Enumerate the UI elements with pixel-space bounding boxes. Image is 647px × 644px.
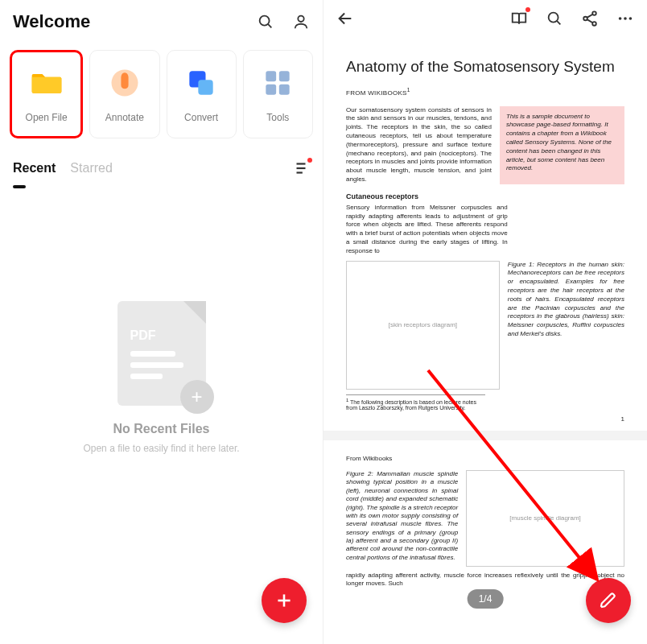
tab-underline	[13, 185, 26, 188]
share-icon[interactable]	[581, 10, 599, 27]
figure-2-caption: Figure 2: Mammalian muscle spindle showi…	[346, 470, 458, 567]
body-2: Sensory information from Meissner corpus…	[346, 204, 508, 256]
empty-doc-icon: PDF +	[117, 301, 206, 406]
page-indicator: 1/4	[468, 589, 504, 609]
page-gap	[324, 431, 647, 440]
tab-recent[interactable]: Recent	[13, 161, 56, 175]
from-wikibooks-2: From Wikibooks	[346, 455, 624, 462]
annotate-label: Annotate	[105, 112, 144, 123]
tools-icon	[260, 65, 295, 101]
empty-state: PDF + No Recent Files Open a file to eas…	[0, 301, 323, 454]
document-view[interactable]: Anatomy of the Somatosensory System FROM…	[324, 37, 647, 641]
svg-point-20	[592, 22, 596, 26]
page-number: 1	[346, 415, 624, 423]
svg-line-1	[268, 24, 271, 27]
open-file-tile[interactable]: Open File	[10, 50, 83, 138]
svg-rect-6	[266, 71, 277, 81]
reader-pane: Anatomy of the Somatosensory System FROM…	[324, 0, 647, 644]
folder-icon	[29, 65, 64, 101]
more-icon[interactable]	[616, 10, 634, 27]
body-1: Our somatosensory system consists of sen…	[346, 106, 492, 184]
svg-point-19	[583, 17, 587, 21]
back-icon[interactable]	[336, 10, 354, 27]
tools-tile[interactable]: Tools	[243, 50, 313, 138]
figure-2-image: [muscle spindle diagram]	[466, 470, 624, 567]
add-doc-icon: +	[180, 380, 214, 414]
annotate-icon	[107, 65, 142, 101]
search-doc-icon[interactable]	[546, 10, 563, 27]
svg-rect-8	[266, 85, 277, 95]
tab-starred[interactable]: Starred	[70, 161, 112, 175]
section-heading: Cutaneous receptors	[346, 192, 624, 200]
svg-point-24	[624, 17, 627, 20]
search-icon[interactable]	[257, 13, 274, 31]
svg-line-22	[587, 19, 593, 23]
empty-title: No Recent Files	[113, 422, 209, 436]
svg-rect-5	[198, 80, 212, 94]
annotate-tile[interactable]: Annotate	[89, 50, 159, 138]
svg-rect-7	[279, 71, 290, 81]
sample-callout: This is a sample document to showcase pa…	[500, 106, 624, 184]
page-2: From Wikibooks Figure 2: Mammalian muscl…	[332, 440, 639, 597]
convert-tile[interactable]: Convert	[167, 50, 237, 138]
reader-mode-icon[interactable]	[510, 10, 528, 27]
svg-point-25	[629, 17, 633, 20]
account-icon[interactable]	[292, 13, 310, 31]
open-file-label: Open File	[26, 112, 68, 123]
empty-subtitle: Open a file to easily find it here later…	[83, 443, 239, 454]
svg-line-17	[557, 21, 560, 24]
svg-line-21	[587, 14, 593, 18]
svg-point-23	[619, 17, 622, 20]
figure-1-caption: Figure 1: Receptors in the human skin: M…	[508, 261, 624, 390]
list-menu-icon[interactable]	[292, 159, 310, 177]
page-title: Welcome	[13, 11, 90, 32]
edit-fab[interactable]	[586, 578, 631, 623]
svg-point-2	[298, 16, 303, 22]
page-1: Anatomy of the Somatosensory System FROM…	[332, 37, 639, 431]
add-fab[interactable]	[262, 578, 307, 623]
convert-icon	[183, 65, 219, 101]
svg-rect-9	[279, 85, 290, 95]
figure-1-image: [skin receptors diagram]	[346, 261, 500, 390]
welcome-pane: Welcome Open File Annotate	[0, 0, 324, 644]
body-3: rapidly adapting afferent activity, musc…	[346, 572, 624, 588]
convert-label: Convert	[184, 112, 218, 123]
svg-point-16	[549, 13, 558, 23]
tools-label: Tools	[266, 112, 289, 123]
footnote: The following description is based on le…	[346, 399, 476, 411]
svg-point-0	[260, 16, 270, 26]
svg-point-18	[592, 11, 596, 15]
doc-title: Anatomy of the Somatosensory System	[346, 58, 624, 76]
